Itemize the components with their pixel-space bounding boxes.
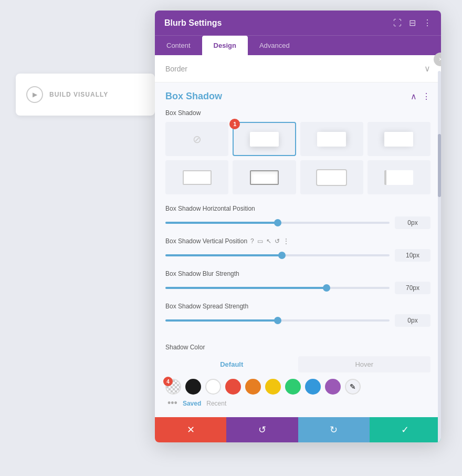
saved-label: Saved (183, 400, 201, 407)
swatch-red[interactable] (225, 379, 241, 395)
border-section-header[interactable]: Border ∨ (155, 55, 441, 82)
footer-actions: ✕ ↺ ↻ ✓ (155, 417, 441, 442)
box-shadow-title-row: Box Shadow ∧ ⋮ (165, 91, 430, 102)
recent-label: Recent (206, 400, 226, 407)
color-label: Shadow Color (165, 344, 430, 351)
scrollbar[interactable] (438, 71, 441, 442)
swatch-checker[interactable]: 4 (165, 379, 181, 395)
sliders-section: Box Shadow Horizontal Position 0px Box S… (155, 205, 441, 344)
panel-header: Blurb Settings ⛶ ⊟ ⋮ (155, 11, 441, 35)
vertical-thumb[interactable] (278, 252, 286, 259)
more-icon[interactable]: ⋮ (423, 18, 432, 28)
header-icons: ⛶ ⊟ ⋮ (393, 18, 432, 28)
panel-title: Blurb Settings (164, 18, 222, 28)
vertical-device-icon[interactable]: ▭ (257, 237, 263, 245)
box-shadow-title: Box Shadow (165, 91, 222, 102)
eyedropper-swatch[interactable]: ✎ (345, 379, 361, 395)
horizontal-track[interactable] (165, 222, 390, 224)
shadow-preset-none-inner: ⊘ (183, 132, 212, 147)
shadow-preset-2-inner (317, 132, 346, 147)
color-tabs: Default Hover (165, 356, 430, 372)
vertical-cursor-icon[interactable]: ↖ (266, 237, 271, 245)
swatch-white[interactable] (205, 379, 221, 395)
blur-fill (165, 287, 327, 289)
vertical-control-row: 10px (165, 249, 430, 262)
vertical-label-row: Box Shadow Vertical Position ? ▭ ↖ ↺ ⋮ (165, 237, 430, 245)
border-section-title: Border (165, 65, 187, 73)
blurb-settings-panel: Blurb Settings ⛶ ⊟ ⋮ Content Design Adva… (155, 11, 441, 442)
shadow-preset-1[interactable]: 1 (233, 122, 296, 156)
blur-control-row: 70px (165, 282, 430, 294)
vertical-reset-icon[interactable]: ↺ (275, 237, 280, 245)
spread-label-row: Box Shadow Spread Strength (165, 303, 430, 310)
horizontal-value[interactable]: 0px (395, 216, 430, 229)
color-tab-default[interactable]: Default (165, 356, 298, 372)
tab-content[interactable]: Content (155, 36, 202, 55)
shadow-preset-5-inner (250, 170, 279, 185)
swatch-purple[interactable] (325, 379, 341, 395)
shadow-presets-grid: ⊘ 1 (165, 122, 430, 194)
swatch-orange[interactable] (245, 379, 261, 395)
spread-track[interactable] (165, 319, 390, 322)
vertical-track[interactable] (165, 254, 390, 256)
blur-slider-row: Box Shadow Blur Strength 70px (165, 270, 430, 294)
color-section: Shadow Color Default Hover 4 ✎ •• (155, 344, 441, 417)
badge-4: 4 (163, 377, 173, 386)
play-button[interactable]: ▶ (26, 86, 43, 103)
vertical-fill (165, 254, 282, 256)
vertical-value[interactable]: 10px (395, 249, 430, 262)
shadow-preset-3-inner (384, 132, 413, 147)
shadow-preset-5[interactable] (233, 160, 296, 194)
panel-body: Border ∨ Box Shadow ∧ ⋮ Box Shadow ⊘ (155, 55, 441, 417)
blur-thumb[interactable] (323, 284, 330, 292)
confirm-button[interactable]: ✓ (370, 417, 441, 442)
shadow-preset-3[interactable] (368, 122, 430, 156)
cancel-button[interactable]: ✕ (155, 417, 226, 442)
shadow-preset-4[interactable] (165, 160, 228, 194)
horizontal-label-row: Box Shadow Horizontal Position (165, 205, 430, 212)
spread-control-row: 0px (165, 314, 430, 327)
build-visually-label: BUILD VISUALLY (49, 91, 108, 98)
split-icon[interactable]: ⊟ (409, 18, 416, 28)
redo-button[interactable]: ↻ (298, 417, 370, 442)
shadow-preset-1-inner (250, 132, 279, 147)
swatch-black[interactable] (185, 379, 201, 395)
blur-label: Box Shadow Blur Strength (165, 270, 239, 277)
shadow-preset-none[interactable]: ⊘ (165, 122, 228, 156)
spread-value[interactable]: 0px (395, 314, 430, 327)
box-shadow-collapse-icon[interactable]: ∧ (411, 91, 417, 101)
fullscreen-icon[interactable]: ⛶ (393, 18, 402, 28)
blur-track[interactable] (165, 287, 390, 289)
box-shadow-more-icon[interactable]: ⋮ (422, 91, 430, 101)
spread-fill (165, 319, 278, 322)
shadow-preset-2[interactable] (300, 122, 363, 156)
tab-design[interactable]: Design (202, 36, 248, 55)
horizontal-control-row: 0px (165, 216, 430, 229)
scrollbar-thumb[interactable] (438, 134, 441, 197)
shadow-preset-6-inner (317, 170, 346, 185)
box-shadow-actions: ∧ ⋮ (411, 91, 430, 101)
horizontal-thumb[interactable] (274, 219, 281, 226)
reset-button[interactable]: ↺ (226, 417, 298, 442)
shadow-preset-7[interactable] (368, 160, 430, 194)
vertical-label: Box Shadow Vertical Position (165, 237, 247, 245)
shadow-label: Box Shadow (165, 109, 430, 117)
tab-bar: Content Design Advanced (155, 35, 441, 55)
badge-1: 1 (229, 119, 240, 129)
swatch-blue[interactable] (305, 379, 321, 395)
vertical-help-icon[interactable]: ? (250, 237, 254, 245)
spread-label: Box Shadow Spread Strength (165, 303, 248, 310)
border-chevron-icon[interactable]: ∨ (424, 64, 430, 74)
swatch-green[interactable] (285, 379, 301, 395)
tab-advanced[interactable]: Advanced (248, 36, 301, 55)
shadow-preset-6[interactable] (300, 160, 363, 194)
swatch-yellow[interactable] (265, 379, 281, 395)
spread-thumb[interactable] (274, 317, 281, 324)
blur-value[interactable]: 70px (395, 282, 430, 294)
vertical-more-icon[interactable]: ⋮ (283, 237, 289, 245)
blur-label-row: Box Shadow Blur Strength (165, 270, 430, 277)
shadow-preset-4-inner (183, 170, 212, 185)
vertical-slider-row: Box Shadow Vertical Position ? ▭ ↖ ↺ ⋮ 1… (165, 237, 430, 262)
color-tab-hover[interactable]: Hover (298, 356, 431, 372)
dots-icon[interactable]: ••• (167, 398, 177, 409)
